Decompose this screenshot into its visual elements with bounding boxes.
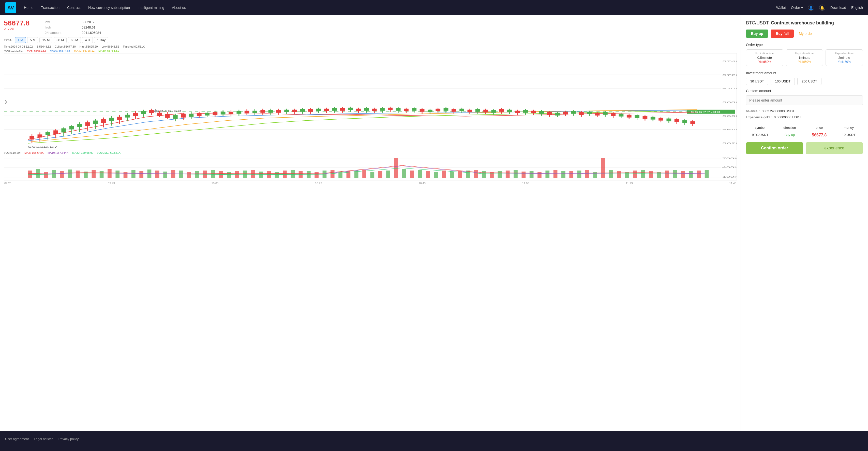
nav-right: Wallet Order ▾ 👤 🔔 Download English (776, 5, 863, 11)
svg-rect-162 (595, 113, 600, 116)
time-15m[interactable]: 15 M (39, 37, 52, 43)
svg-rect-152 (555, 113, 560, 116)
svg-rect-209 (148, 170, 152, 178)
svg-rect-195 (36, 169, 40, 178)
svg-rect-62 (197, 113, 202, 116)
nav-contract[interactable]: Contract (67, 6, 81, 10)
svg-rect-267 (609, 170, 613, 178)
svg-rect-170 (627, 115, 631, 118)
time-10-43: 10:43 (418, 182, 426, 185)
svg-rect-80 (269, 110, 273, 113)
experience-value: 0.00000000 USDT (774, 115, 801, 119)
time-4h[interactable]: 4 H (82, 37, 93, 43)
svg-rect-148 (539, 111, 544, 114)
expiry-card-1[interactable]: Expiration time 0.5minute Yield50% (746, 49, 783, 66)
download-link[interactable]: Download (830, 6, 846, 10)
exp-label-1: Expiration time (749, 52, 780, 55)
footer-privacy-policy[interactable]: Privacy policy (59, 437, 79, 441)
my-order-link[interactable]: My order (799, 32, 813, 36)
info-time: Time:2024-09-04 12:02 (4, 45, 33, 48)
custom-amount-input[interactable] (746, 95, 863, 105)
exp-label-3: Expiration time (829, 52, 860, 55)
experience-button[interactable]: experience (806, 142, 863, 154)
chart-left-arrow[interactable]: ❯ (4, 99, 7, 104)
expiry-card-2[interactable]: Expiration time 1minute Yield60% (786, 49, 823, 66)
nav-new-currency[interactable]: New currency subscription (88, 6, 130, 10)
footer: User agreement Legal notices Privacy pol… (0, 431, 868, 451)
svg-rect-261 (561, 171, 565, 178)
svg-text:56677.80: 56677.80 (690, 111, 720, 113)
ma60-value: MA60: 56754.51 (98, 49, 119, 52)
bell-icon[interactable]: 🔔 (819, 5, 825, 11)
invest-30[interactable]: 30 USDT (746, 78, 768, 85)
price-value: 56677.8 (4, 19, 30, 27)
svg-rect-243 (418, 170, 422, 178)
time-1day[interactable]: 1 Day (94, 37, 108, 43)
invest-200[interactable]: 200 USDT (797, 78, 822, 85)
time-60m[interactable]: 60 M (68, 37, 81, 43)
nav-home[interactable]: Home (24, 6, 33, 10)
expiry-cards-row: Expiration time 0.5minute Yield50% Expir… (746, 49, 863, 66)
exp-time-3: 2minute (829, 56, 860, 60)
amount-value: 2041.606084 (82, 31, 101, 35)
svg-rect-114 (404, 109, 409, 111)
language-selector[interactable]: English (851, 6, 863, 10)
svg-rect-142 (515, 111, 520, 113)
time-5m[interactable]: 5 M (27, 37, 38, 43)
nav-transaction[interactable]: Transaction (41, 6, 60, 10)
low-value: 55620.53 (82, 20, 101, 24)
logo[interactable]: AV (5, 2, 16, 13)
svg-text:56400.00: 56400.00 (722, 128, 737, 131)
time-30m[interactable]: 30 M (54, 37, 67, 43)
svg-rect-34 (93, 121, 98, 124)
svg-rect-264 (585, 170, 589, 178)
svg-rect-205 (116, 171, 120, 178)
svg-rect-32 (85, 122, 90, 126)
svg-rect-58 (181, 114, 186, 118)
footer-legal-notices[interactable]: Legal notices (34, 437, 53, 441)
svg-rect-200 (76, 171, 80, 178)
nav-intelligent-mining[interactable]: Intelligent mining (137, 6, 164, 10)
chevron-down-icon: ▾ (801, 6, 803, 10)
svg-rect-20 (38, 134, 42, 137)
order-header-money: money (835, 125, 863, 131)
expiry-card-3[interactable]: Expiration time 2minute Yield70% (826, 49, 863, 66)
svg-rect-94 (324, 109, 329, 111)
exp-yield-1: Yield50% (749, 60, 780, 64)
invest-100[interactable]: 100 USDT (771, 78, 795, 85)
svg-rect-218 (219, 171, 223, 178)
svg-text:56800.00: 56800.00 (722, 101, 737, 104)
svg-rect-263 (578, 171, 582, 178)
svg-rect-178 (658, 118, 663, 121)
svg-rect-120 (428, 110, 432, 112)
svg-text:56112.27: 56112.27 (28, 146, 58, 148)
footer-user-agreement[interactable]: User agreement (5, 437, 29, 441)
order-link[interactable]: Order ▾ (791, 6, 803, 10)
amount-label: 24hamount (45, 31, 61, 35)
svg-rect-64 (205, 113, 210, 116)
nav-about-us[interactable]: About us (172, 6, 186, 10)
buy-up-button[interactable]: Buy up (746, 30, 768, 38)
user-icon[interactable]: 👤 (808, 5, 814, 11)
svg-rect-225 (275, 172, 279, 178)
candlestick-chart: 57400.00 57200.00 57000.00 56800.00 5660… (4, 53, 737, 150)
order-header-direction: direction (775, 125, 804, 131)
order-val-symbol: BTC/USDT (746, 132, 774, 138)
buy-fall-button[interactable]: Buy fall (771, 30, 794, 38)
wallet-link[interactable]: Wallet (776, 6, 786, 10)
svg-rect-102 (356, 109, 361, 111)
balance-section: balance： 3302.24000000 USDT Experience g… (746, 109, 863, 120)
svg-rect-100 (348, 108, 353, 110)
confirm-order-button[interactable]: Confirm order (746, 142, 803, 154)
experience-row: Experience gold： 0.00000000 USDT (746, 115, 863, 120)
svg-rect-40 (109, 118, 114, 121)
time-1m[interactable]: 1 M (15, 37, 26, 43)
custom-label: Custom amount (746, 89, 863, 93)
svg-rect-259 (545, 171, 550, 178)
main-content: 56677.8 -1.79% low high 24hamount 55620.… (0, 15, 868, 431)
svg-rect-26 (61, 128, 66, 132)
svg-rect-140 (507, 110, 512, 112)
main-chart-area: ❯ 57400.00 57200.00 57000.00 56800.00 56… (4, 53, 737, 150)
ma-info-bar: MA(5,10,30,60) MA5: 56661.32 MA10: 56674… (4, 49, 737, 52)
svg-rect-74 (245, 111, 249, 114)
